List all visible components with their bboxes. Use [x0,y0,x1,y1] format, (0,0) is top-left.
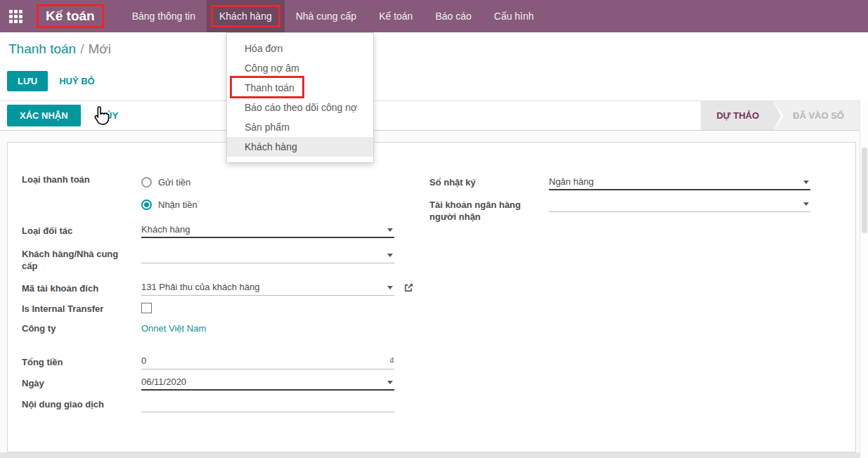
mouse-cursor-icon [90,105,111,128]
apps-menu-button[interactable] [0,0,31,32]
external-link-icon[interactable] [403,282,414,293]
radio-option-receive-money[interactable]: Nhận tiền [141,199,197,210]
field-label-memo: Nội dung giao dịch [22,398,141,410]
field-label-recipient-bank: Tài khoản ngân hàng người nhận [429,199,535,223]
field-label-payment-type: Loại thanh toán [22,174,138,185]
field-label-amount: Tổng tiền [22,356,138,368]
memo-field[interactable] [141,398,394,412]
date-field[interactable]: 06/11/2020 [141,376,394,391]
company-link[interactable]: Onnet Việt Nam [141,323,206,334]
accounting-payment-page: Kế toán Bảng thông tin Khách hàng Nhà cu… [0,0,868,458]
dropdown-item-follow-up-reports[interactable]: Báo cáo theo dõi công nợ [227,98,373,117]
field-label-partner-type: Loại đối tác [22,225,138,237]
dropdown-item-products[interactable]: Sản phẩm [227,117,373,137]
amount-field[interactable]: 0 ₫ [141,355,394,369]
topbar-menu-accounting[interactable]: Kế toán [368,0,424,32]
discard-button[interactable]: HUỶ BỎ [52,71,102,91]
customers-dropdown-menu: Hóa đơn Công nợ âm Thanh toán Báo cáo th… [226,32,374,163]
radio-option-send-money[interactable]: Gửi tiền [141,177,190,188]
partner-field[interactable] [141,249,394,263]
scrollbar-thumb[interactable] [862,148,867,233]
breadcrumb: Thanh toán/Mới [8,41,111,57]
dropdown-caret-icon [387,228,393,232]
dropdown-item-customers[interactable]: Khách hàng [227,137,373,157]
topbar-menu-dashboard[interactable]: Bảng thông tin [121,0,207,32]
top-navbar: Kế toán Bảng thông tin Khách hàng Nhà cu… [0,0,868,32]
status-step-draft[interactable]: DỰ THẢO [701,101,773,130]
control-panel: Thanh toán/Mới LƯU HUỶ BỎ [0,32,868,100]
journal-field[interactable]: Ngân hàng [549,176,810,190]
form-sheet: Loại thanh toán Gửi tiền Nhận tiền Loại … [7,142,856,452]
internal-transfer-checkbox[interactable] [141,303,152,313]
dropdown-item-credit-notes[interactable]: Công nợ âm [227,58,373,78]
field-label-journal: Sổ nhật ký [429,176,535,188]
annotation-box-brand: Kế toán [37,4,104,28]
radio-icon-selected [141,199,152,210]
status-steps: DỰ THẢO ĐÃ VÀO SỔ [701,101,860,130]
partner-type-field[interactable]: Khách hàng [141,223,394,238]
dropdown-caret-icon [803,202,809,206]
destination-account-field[interactable]: 131 Phải thu của khách hàng [141,281,394,296]
form-statusbar: XÁC NHẬN HỦY DỰ THẢO ĐÃ VÀO SỔ [0,100,860,131]
company-field: Onnet Việt Nam [141,322,394,337]
breadcrumb-current: Mới [88,41,111,56]
field-label-destination-account: Mã tài khoản đích [22,282,138,294]
dropdown-caret-icon [803,181,809,184]
apps-grid-icon [9,10,22,23]
status-step-posted[interactable]: ĐÃ VÀO SỔ [773,101,860,130]
dropdown-item-invoices[interactable]: Hóa đơn [227,39,373,58]
scrollbar[interactable] [860,100,868,458]
page-bottom-strip [0,452,860,458]
field-label-date: Ngày [22,377,138,389]
confirm-button[interactable]: XÁC NHẬN [7,105,81,126]
topbar-menu-configuration[interactable]: Cấu hình [483,0,545,32]
field-label-internal-transfer: Is Internal Transfer [22,303,138,315]
edit-buttons: LƯU HUỶ BỎ [7,71,102,91]
top-menu: Bảng thông tin Khách hàng Nhà cung cấp K… [121,0,545,32]
field-label-company: Công ty [22,322,138,334]
save-button[interactable]: LƯU [7,71,48,91]
dropdown-item-payments[interactable]: Thanh toán [227,78,373,98]
content-area: Loại thanh toán Gửi tiền Nhận tiền Loại … [0,131,860,458]
app-name[interactable]: Kế toán [39,6,102,26]
topbar-menu-customers[interactable]: Khách hàng [207,0,285,32]
breadcrumb-parent-link[interactable]: Thanh toán [8,41,76,56]
radio-icon-unselected [141,177,152,188]
topbar-menu-vendors[interactable]: Nhà cung cấp [285,0,368,32]
annotation-box-customers-menu: Khách hàng [211,5,280,27]
field-label-partner: Khách hàng/Nhà cung cấp [22,248,134,272]
breadcrumb-separator: / [80,41,84,56]
recipient-bank-field[interactable] [549,197,810,212]
dropdown-caret-icon [387,254,393,257]
dropdown-caret-icon [387,381,393,384]
currency-symbol: ₫ [389,355,394,367]
dropdown-caret-icon [387,286,393,289]
topbar-menu-reporting[interactable]: Báo cáo [424,0,482,32]
